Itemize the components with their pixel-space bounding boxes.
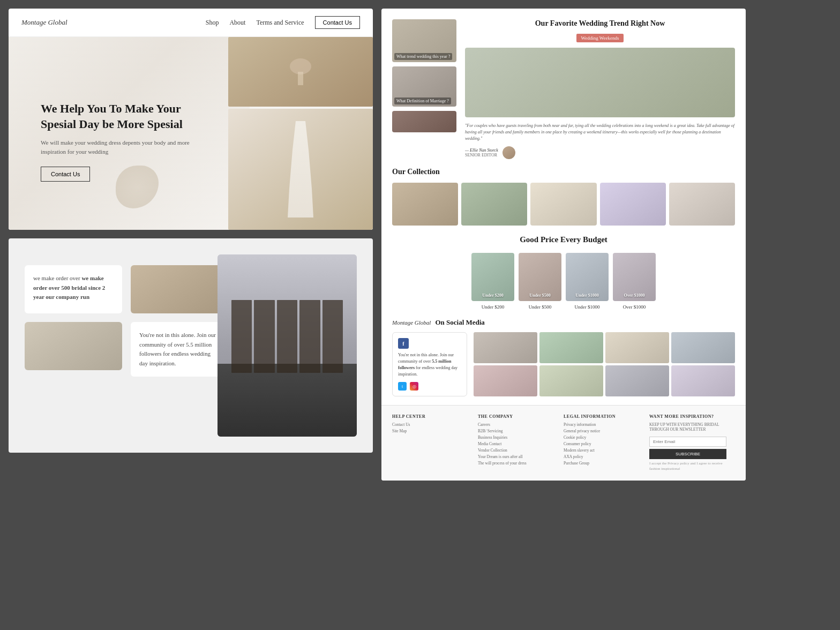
rack-item <box>299 300 320 373</box>
stat-box-orders: we make order over we make order over 50… <box>25 265 122 313</box>
stat-community-text: You're not in this alone. Join our commu… <box>139 332 216 366</box>
collection-grid <box>392 183 735 226</box>
social-photo-6 <box>539 365 603 396</box>
footer-col-legal: LEGAL INFORMATION Privacy information Ge… <box>564 414 641 472</box>
social-header: Montage Global On Social Media <box>392 318 735 327</box>
footer-link-purchase[interactable]: Purchase Group <box>564 461 641 466</box>
collection-item-4[interactable] <box>600 183 666 226</box>
hero-text-box: We Help You To Make Your Spesial Day be … <box>41 101 212 182</box>
rack-item <box>277 300 297 373</box>
collection-section: Our Collection <box>381 159 746 234</box>
trend-author: — Ellie Nan Storck SENIOR EDITOR <box>465 146 735 159</box>
budget-section: Good Price Every Budget Under $200 Under… <box>381 234 746 318</box>
trend-thumb-2-label: What Definition of Marriage ? <box>394 98 451 104</box>
footer-col-help-title: HELP CENTER <box>392 414 469 419</box>
trend-quote: "For couples who have guests traveling f… <box>465 123 735 142</box>
social-photo-4 <box>671 332 735 363</box>
author-title: SENIOR EDITOR <box>465 153 498 158</box>
footer-link-b2b[interactable]: B2B/ Servicing <box>478 429 555 433</box>
footer-col-company: THE COMPANY Careers B2B/ Servicing Busin… <box>478 414 555 472</box>
hero-cta-button[interactable]: Contact Us <box>41 167 90 182</box>
footer-link-vendor[interactable]: Vendor Collection <box>478 448 555 453</box>
footer-link-business[interactable]: Business Inquiries <box>478 435 555 440</box>
footer-link-slavery[interactable]: Modern slavery act <box>564 448 641 453</box>
social-photo-5 <box>474 365 537 396</box>
footer-subscribe-button[interactable]: SUBSCRIBE <box>649 449 726 459</box>
budget-label-200: Under $200 <box>471 304 514 310</box>
stat-image-1 <box>131 265 228 313</box>
trend-strip-image <box>392 111 456 132</box>
collection-item-1[interactable] <box>392 183 458 226</box>
footer-col-legal-title: LEGAL INFORMATION <box>564 414 641 419</box>
budget-item-1000[interactable]: Under $1000 Under $1000 <box>566 253 609 310</box>
social-photos-row1 <box>474 332 735 363</box>
trend-thumb-2[interactable]: What Definition of Marriage ? <box>392 66 456 107</box>
stats-grid: we make order over we make order over 50… <box>25 265 228 377</box>
budget-thumb-200: Under $200 <box>471 253 514 301</box>
svg-rect-1 <box>298 72 303 85</box>
footer-email-input[interactable] <box>649 437 726 447</box>
nav-links: Shop About Terms and Service Contact Us <box>206 16 360 29</box>
budget-price-overlay-over1000: Over $1000 <box>624 293 644 298</box>
trend-thumb-1[interactable]: What trend wedding this year ? <box>392 19 456 62</box>
budget-thumb-over1000: Over $1000 <box>613 253 656 301</box>
stat-orders-number: we make order over 500 bridal since 2 ye… <box>33 275 105 300</box>
footer-link-cookie[interactable]: Cookie policy <box>564 435 641 440</box>
budget-label-1000: Under $1000 <box>566 304 609 310</box>
footer-link-careers[interactable]: Careers <box>478 422 555 427</box>
social-photo-7 <box>605 365 669 396</box>
trend-main-content: Our Favorite Wedding Trend Right Now Wed… <box>465 19 735 159</box>
budget-price-overlay-500: Under $500 <box>529 293 551 298</box>
footer-link-consumer[interactable]: Consumer policy <box>564 441 641 446</box>
nav-terms[interactable]: Terms and Service <box>256 19 304 27</box>
footer-link-privacy-notice[interactable]: General privacy notice <box>564 429 641 433</box>
social-photo-8 <box>671 365 735 396</box>
footer-link-axa[interactable]: AXA policy <box>564 454 641 459</box>
bride-silhouette <box>284 121 317 218</box>
budget-item-over1000[interactable]: Over $1000 Over $1000 <box>613 253 656 310</box>
footer-link-privacy-info[interactable]: Privacy information <box>564 422 641 427</box>
trend-thumb-1-label: What trend wedding this year ? <box>394 53 452 60</box>
footer-col-help: HELP CENTER Contact Us Site Map <box>392 414 469 472</box>
shop-image <box>218 254 357 437</box>
footer-link-contact[interactable]: Contact Us <box>392 422 469 427</box>
left-column: Montage Global Shop About Terms and Serv… <box>9 9 373 453</box>
hero-bride-image <box>228 109 373 230</box>
trend-thumbnails: What trend wedding this year ? What Defi… <box>392 19 456 159</box>
social-photo-3 <box>605 332 669 363</box>
facebook-box: f You're not in this alone. Join our com… <box>392 332 467 396</box>
hero-title: We Help You To Make Your Spesial Day be … <box>41 101 212 132</box>
footer-link-media[interactable]: Media Contact <box>478 441 555 446</box>
shop-floor <box>218 364 357 437</box>
stat-box-community: You're not in this alone. Join our commu… <box>131 322 228 377</box>
social-title: On Social Media <box>435 318 484 327</box>
footer-link-sitemap[interactable]: Site Map <box>392 429 469 433</box>
footer-link-will[interactable]: The will process of your dress <box>478 461 555 466</box>
rack-item <box>254 300 274 373</box>
budget-item-500[interactable]: Under $500 Under $500 <box>519 253 561 310</box>
collection-title: Our Collection <box>392 168 735 176</box>
twitter-icon[interactable]: t <box>398 382 407 391</box>
trend-section: What trend wedding this year ? What Defi… <box>381 9 746 159</box>
footer-col-newsletter: WANT MORE INSPIRATION? KEEP UP WITH EVER… <box>649 414 726 472</box>
collection-item-2[interactable] <box>461 183 527 226</box>
author-avatar <box>502 146 515 159</box>
footer-col-newsletter-title: WANT MORE INSPIRATION? <box>649 414 726 419</box>
social-icons-row: t ◎ <box>398 382 461 391</box>
nav-shop[interactable]: Shop <box>206 19 219 27</box>
shop-interior <box>218 254 357 437</box>
collection-item-5[interactable] <box>669 183 735 226</box>
footer-link-dream[interactable]: Your Dream is ours after all <box>478 454 555 459</box>
budget-title: Good Price Every Budget <box>392 234 735 245</box>
nav-contact-button[interactable]: Contact Us <box>315 16 360 29</box>
collection-item-3[interactable] <box>530 183 596 226</box>
budget-item-200[interactable]: Under $200 Under $200 <box>471 253 514 310</box>
instagram-icon[interactable]: ◎ <box>410 382 418 391</box>
budget-price-overlay-1000: Under $1000 <box>575 293 599 298</box>
facebook-text: You're not in this alone. Join our commu… <box>398 352 461 378</box>
hero-dress-closeup-image <box>228 37 373 107</box>
facebook-icon[interactable]: f <box>398 338 409 349</box>
hero-section: We Help You To Make Your Spesial Day be … <box>9 37 373 230</box>
trend-tag: Wedding Weekends <box>576 34 623 42</box>
nav-about[interactable]: About <box>229 19 245 27</box>
